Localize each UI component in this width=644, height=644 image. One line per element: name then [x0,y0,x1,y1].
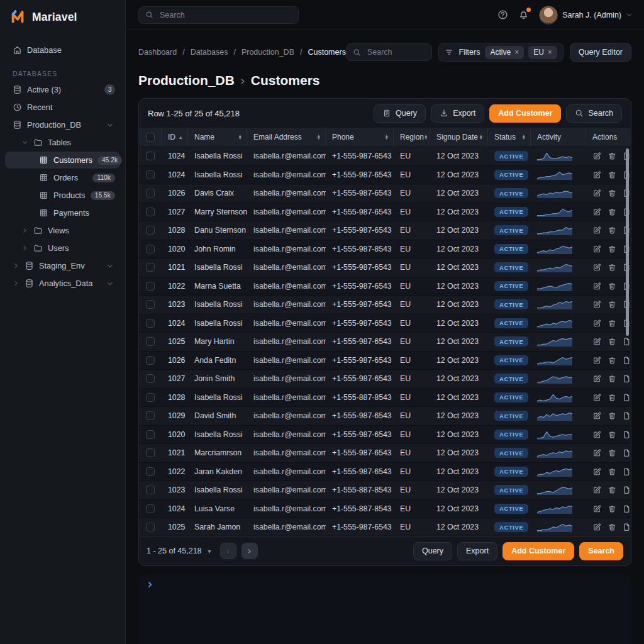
table-row[interactable]: 1028Danu Sternsonisabella.r@email.com+1-… [139,221,631,240]
trash-icon[interactable] [608,208,617,217]
edit-icon[interactable] [592,189,602,198]
table-row[interactable]: 1025Sarah Jamonisabella.r@email.com+1-55… [139,518,631,536]
checkbox[interactable] [146,374,155,383]
document-icon[interactable] [622,430,631,440]
trash-icon[interactable] [608,226,617,235]
edit-icon[interactable] [592,152,602,161]
edit-icon[interactable] [592,374,602,384]
checkbox[interactable] [146,393,155,402]
table-row[interactable]: 1022Marna Suettaisabella.r@email.com+1-5… [139,277,631,296]
checkbox[interactable] [146,504,155,513]
sidebar-item-database[interactable]: Database [5,42,120,58]
breadcrumb-item-databases[interactable]: Databases [191,48,228,57]
sidebar-item-recent[interactable]: Recent [5,99,120,116]
checkbox[interactable] [146,300,155,309]
trash-icon[interactable] [608,189,617,198]
filter-chip-eu[interactable]: EU× [528,46,557,59]
column-header-region[interactable]: Region▲▼ [394,128,430,147]
edit-icon[interactable] [592,356,602,365]
export-button[interactable]: Export [457,542,497,560]
sidebar-item-active-3[interactable]: Active (3)3 [5,81,120,98]
search-button[interactable]: Search [579,542,623,560]
bell-icon[interactable] [518,9,529,20]
table-row[interactable]: 1023Isabella Rossiisabella.r@email.com+1… [139,480,631,499]
document-icon[interactable] [622,486,631,495]
trash-icon[interactable] [608,486,617,495]
breadcrumb-item-customers[interactable]: Customers [308,48,345,57]
prev-page-button[interactable] [220,543,236,559]
sidebar-item-users[interactable]: Users [5,240,120,257]
edit-icon[interactable] [592,430,602,440]
table-row[interactable]: 1021Isabella Rossiisabella.r@email.com+1… [139,258,631,277]
trash-icon[interactable] [608,411,617,421]
global-search-input[interactable] [158,10,292,20]
edit-icon[interactable] [592,504,602,514]
filters-group[interactable]: Filters Active×EU× [438,43,563,62]
edit-icon[interactable] [592,319,602,328]
column-header-activity[interactable]: Activity [531,128,586,147]
table-row[interactable]: 1023Isabella Rossiisabella.r@email.com+1… [139,295,631,314]
column-header-email-address[interactable]: Email Address▲▼ [247,128,326,147]
edit-icon[interactable] [592,170,602,180]
caret-down-icon[interactable]: ▾ [208,548,211,555]
table-row[interactable]: 1028Isabella Rossiisabella.r@email.com+1… [139,388,631,407]
edit-icon[interactable] [592,467,602,477]
export-button[interactable]: Export [431,104,484,123]
close-icon[interactable]: × [548,48,552,57]
close-icon[interactable]: × [514,48,519,57]
query-editor-button[interactable]: Query Editor [570,43,631,62]
checkbox[interactable] [146,523,155,531]
query-button[interactable]: Query [413,542,452,560]
trash-icon[interactable] [608,504,617,514]
edit-icon[interactable] [592,523,602,532]
edit-icon[interactable] [592,486,602,495]
sidebar-item-orders[interactable]: Orders110k [5,169,120,186]
document-icon[interactable] [622,393,631,402]
table-row[interactable]: 1024Isabella Rossiisabella.r@email.com+1… [139,147,631,165]
column-header-id[interactable]: ID▲ [162,128,188,147]
trash-icon[interactable] [608,319,617,328]
trash-icon[interactable] [608,523,617,532]
document-icon[interactable] [622,356,631,365]
next-page-button[interactable] [242,543,258,559]
table-row[interactable]: 1027Jonin Smithisabella.r@email.com+1-55… [139,369,631,388]
select-all-checkbox[interactable] [139,128,162,147]
checkbox[interactable] [146,152,155,160]
sidebar-item-analytics-data[interactable]: Analytics_Data [5,275,120,292]
column-header-phone[interactable]: Phone▲▼ [326,128,394,147]
sidebar-item-tables[interactable]: Tables [5,134,120,151]
trash-icon[interactable] [608,448,617,458]
edit-icon[interactable] [592,226,602,235]
checkbox[interactable] [146,467,155,476]
checkbox[interactable] [146,189,155,197]
table-row[interactable]: 1024Luisa Varseisabella.r@email.com+1-55… [139,499,631,518]
checkbox[interactable] [146,226,155,235]
checkbox[interactable] [146,282,155,291]
table-scrollbar[interactable] [626,148,629,336]
trash-icon[interactable] [608,300,617,309]
trash-icon[interactable] [608,170,617,180]
checkbox[interactable] [146,319,155,328]
trash-icon[interactable] [608,356,617,365]
document-icon[interactable] [622,504,631,514]
checkbox[interactable] [146,208,155,216]
help-icon[interactable] [497,9,508,20]
table-search-input[interactable] [366,47,426,57]
document-icon[interactable] [622,467,631,477]
trash-icon[interactable] [608,374,617,384]
trash-icon[interactable] [608,263,617,272]
document-icon[interactable] [622,448,631,458]
table-row[interactable]: 1026Davis Craixisabella.r@email.com+1-55… [139,184,631,203]
column-header-name[interactable]: Name▲▼ [188,128,247,147]
checkbox[interactable] [146,411,155,420]
trash-icon[interactable] [608,337,617,347]
edit-icon[interactable] [592,411,602,421]
trash-icon[interactable] [608,152,617,161]
table-row[interactable]: 1022Jaran Kakdenisabella.r@email.com+1-5… [139,462,631,481]
edit-icon[interactable] [592,448,602,458]
add-customer-button[interactable]: Add Customer [502,542,574,560]
user-menu[interactable]: Sarah J. (Admin) [539,6,633,25]
checkbox[interactable] [146,170,155,179]
search-button[interactable]: Search [566,104,622,123]
table-row[interactable]: 1020John Rominisabella.r@email.com+1-555… [139,240,631,258]
